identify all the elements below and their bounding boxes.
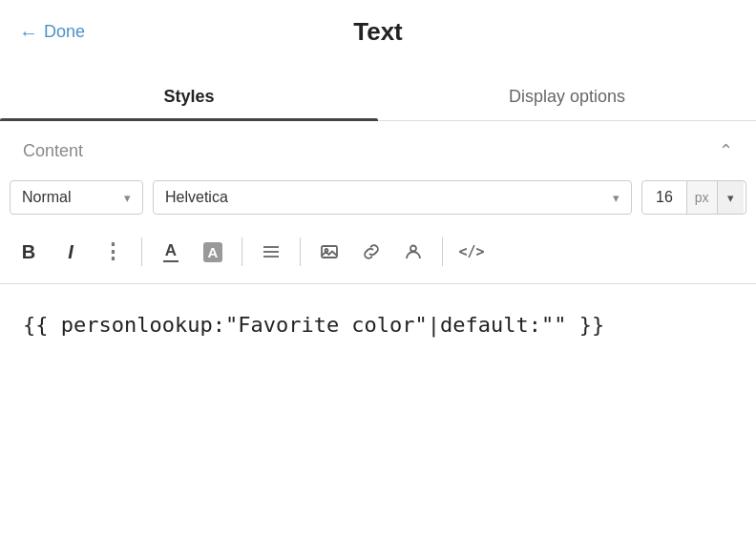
template-text-area[interactable]: {{ personlookup:"Favorite color"|default… — [0, 284, 756, 365]
tab-display-options-label: Display options — [509, 87, 625, 106]
bold-button[interactable]: B — [10, 234, 48, 270]
page-title: Text — [353, 17, 403, 47]
more-button[interactable]: ⋮ — [94, 234, 132, 270]
done-label: Done — [44, 22, 85, 42]
link-icon — [362, 242, 381, 261]
content-label: Content — [23, 141, 83, 161]
highlight-button[interactable]: A — [194, 234, 232, 270]
italic-button[interactable]: I — [52, 234, 90, 270]
toolbar-divider-3 — [300, 237, 301, 266]
tabs-container: Styles Display options — [0, 73, 756, 121]
done-button[interactable]: ← Done — [19, 22, 85, 42]
toolbar-row: B I ⋮ A A — [0, 228, 756, 284]
code-button[interactable]: </> — [452, 234, 491, 270]
font-size-unit: px — [686, 181, 717, 214]
more-icon: ⋮ — [102, 239, 123, 264]
link-button[interactable] — [352, 234, 390, 270]
text-color-icon: A — [163, 242, 178, 262]
svg-rect-3 — [322, 246, 337, 258]
italic-label: I — [68, 241, 74, 263]
toolbar-divider-4 — [442, 237, 443, 266]
bold-label: B — [22, 241, 35, 263]
header: ← Done Text — [0, 0, 756, 64]
font-size-value[interactable]: 16 — [642, 181, 686, 214]
highlight-icon: A — [203, 242, 223, 262]
style-select-chevron-icon: ▾ — [124, 191, 131, 205]
back-arrow-icon: ← — [19, 23, 38, 42]
align-button[interactable] — [252, 234, 290, 270]
template-text: {{ personlookup:"Favorite color"|default… — [23, 313, 604, 337]
align-icon — [262, 242, 281, 261]
code-icon: </> — [458, 243, 484, 260]
content-section-header: Content ⌃ — [0, 121, 756, 175]
toolbar-divider-2 — [242, 237, 242, 266]
person-button[interactable] — [394, 234, 432, 270]
person-icon — [404, 242, 423, 261]
svg-point-5 — [410, 246, 416, 252]
image-icon — [320, 242, 339, 261]
font-size-control[interactable]: 16 px ▾ — [641, 180, 746, 215]
font-select-value: Helvetica — [165, 189, 228, 206]
font-select-chevron-icon: ▾ — [613, 191, 620, 205]
style-select-value: Normal — [22, 189, 72, 206]
chevron-up-icon[interactable]: ⌃ — [719, 140, 733, 161]
font-size-dropdown-icon[interactable]: ▾ — [717, 181, 744, 214]
tab-display-options[interactable]: Display options — [378, 73, 756, 120]
toolbar-divider-1 — [141, 237, 142, 266]
controls-row: Normal ▾ Helvetica ▾ 16 px ▾ — [0, 175, 756, 228]
style-select[interactable]: Normal ▾ — [10, 180, 143, 215]
tab-styles[interactable]: Styles — [0, 73, 378, 120]
font-select[interactable]: Helvetica ▾ — [153, 180, 632, 215]
tab-styles-label: Styles — [163, 87, 214, 106]
image-button[interactable] — [310, 234, 348, 270]
text-color-button[interactable]: A — [152, 234, 190, 270]
